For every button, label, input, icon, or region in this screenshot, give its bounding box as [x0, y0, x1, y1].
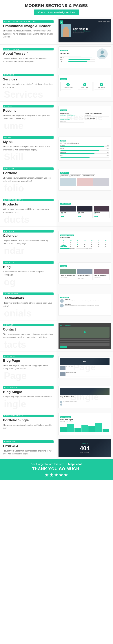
section-tag-portfoliosingle: PORTFOLIO SINGLE: [3, 414, 53, 417]
footer-thank: THANK YOU SO MUCH!: [2, 466, 111, 471]
section-watermark-portfolio: folio: [4, 183, 54, 193]
section-desc-portfoliosingle: Showcase your each work related stuff in…: [3, 424, 53, 430]
section-right-blogsingle: Single Blog Post Title Here Lorem ipsum …: [56, 383, 113, 411]
section-watermark-resume: ume: [4, 121, 54, 130]
section-row-portfoliosingle: PORTFOLIO SINGLEPortfolio SingleShowcase…: [0, 411, 113, 437]
ps-title: Work Item Eight: [60, 419, 109, 420]
section-row-products: LATEST PRODUCTSProductsWith woocommerce …: [0, 196, 113, 227]
section-desc-blogpage: Showcase all your blogs on one blog page…: [3, 364, 53, 370]
preview-portfolio: Portfolio My Portfolio Web DesignGraphic…: [58, 169, 111, 191]
section-left-portfoliosingle: PORTFOLIO SINGLEPortfolio SingleShowcase…: [0, 411, 56, 437]
section-desc-blog: A place to show your creative recent blo…: [3, 270, 53, 276]
section-right-blog: Blog The Blog Don't Let Life Passing Ful…: [56, 258, 113, 289]
skill-bar: CSS380%: [60, 148, 109, 151]
section-left-portfolio: PORTFOLIOPortfolioShowcase your awesome …: [0, 164, 56, 195]
section-watermark-skill: Skill: [4, 152, 54, 162]
page-footer: Don't forget to rate this item, It helps…: [0, 459, 113, 480]
blog-list: Post One Title Here Post Two Title Here: [60, 366, 109, 377]
product-btn[interactable]: Buy: [78, 216, 81, 217]
section-right-services: ServicesServices★Traveling Design★Clear …: [56, 70, 113, 102]
portfolio-tag: My Portfolio: [60, 172, 69, 174]
section-left-services: SERVICESServicesWhat are your unique spe…: [0, 70, 56, 102]
section-desc-skill: Amaze your visitors with your skills tha…: [3, 145, 53, 151]
section-row-resume: RESUMEResumeVisualize your experience an…: [0, 102, 113, 133]
svg-point-0: [100, 50, 104, 54]
svg-point-1: [99, 55, 105, 58]
section-tag-hero: PROMOTIONAL IMAGE & HEADER: [3, 20, 53, 23]
portfolio-item: [77, 178, 93, 186]
section-tag-resume: RESUME: [3, 105, 53, 108]
section-desc-contact: Start grabbing your leads now! Let peopl…: [3, 333, 53, 339]
product-btn[interactable]: Buy: [61, 216, 64, 217]
skill-bar: HTML590%: [60, 144, 109, 147]
calendar-tag: Availability Calendar: [60, 234, 74, 236]
footer-line1-text: Don't forget to rate this item,: [30, 462, 66, 466]
section-watermark-testimonials: onials: [4, 308, 54, 318]
section-desc-products: With woocommerce compatibility you can s…: [3, 208, 53, 214]
resume-tag: Resume: [60, 110, 67, 111]
preview-skill: Skill My skill My Professional Strengths…: [58, 136, 111, 160]
section-desc-blogsingle: A single blog page with all stuff and co…: [3, 395, 53, 398]
page-title: MODERN SECTIONS & PAGES: [2, 3, 111, 8]
hero-logo: G: [60, 20, 63, 24]
preview-blogpage: Page Blog Post One Title Here Post Two T…: [58, 356, 111, 378]
sections-container: PROMOTIONAL IMAGE & HEADERPromotional im…: [0, 17, 113, 459]
section-left-products: LATEST PRODUCTSProductsWith woocommerce …: [0, 196, 56, 226]
section-left-blogpage: BLOG PAGEBlog PageShowcase all your blog…: [0, 352, 56, 383]
section-right-blogpage: Page Blog Post One Title Here Post Two T…: [56, 352, 113, 383]
err-desc: Page not found: [80, 452, 89, 453]
section-heading-portfolio: Portfolio: [3, 171, 53, 175]
portfolio-filter[interactable]: Website Templates: [82, 174, 95, 177]
about-line2: [60, 56, 81, 56]
section-heading-error404: Error 404: [3, 444, 53, 448]
section-row-portfolio: PORTFOLIOPortfolioShowcase your awesome …: [0, 164, 113, 196]
section-row-hero: PROMOTIONAL IMAGE & HEADERPromotional im…: [0, 17, 113, 44]
blogpage-hero-text: Blog: [83, 361, 86, 362]
section-right-portfoliosingle: Work Item Eight Work Item Eight Client i…: [56, 411, 113, 437]
section-heading-resume: Resume: [3, 108, 53, 112]
blog-card: Don't Let Life Passing Full March 12, 20…: [60, 269, 76, 280]
section-tag-blogpage: BLOG PAGE: [3, 355, 53, 358]
hero-text: SAM MARTIN Web Designer & Developer I am…: [73, 28, 91, 34]
section-heading-hero: Promotional image & Header: [3, 24, 53, 28]
contact-submit[interactable]: [60, 346, 67, 348]
section-row-blog: THE BLOGBlogA place to show your creativ…: [0, 258, 113, 289]
section-watermark-contact: tacts: [4, 340, 54, 349]
err-tag: ERROR: [82, 443, 88, 445]
ps-desc: Client info, date, tags here: [60, 421, 109, 422]
preview-error404: ERROR 404 Page not found: [58, 439, 111, 457]
section-left-error404: ERROR 404Error 404Prevent your users fro…: [0, 437, 56, 459]
ps-chart: [60, 423, 109, 432]
preview-blog: Blog The Blog Don't Let Life Passing Ful…: [58, 262, 111, 284]
section-left-hero: PROMOTIONAL IMAGE & HEADERPromotional im…: [0, 17, 56, 44]
blog-grid: Don't Let Life Passing Full March 12, 20…: [60, 269, 109, 280]
hero-avatar: [61, 24, 71, 37]
section-left-resume: RESUMEResumeVisualize your experience an…: [0, 102, 56, 133]
section-row-services: SERVICESServicesWhat are your unique spe…: [0, 70, 113, 102]
portfolio-filter[interactable]: Web Design: [60, 174, 70, 177]
product-btn[interactable]: Buy: [94, 216, 98, 217]
about-tag: About Me: [60, 50, 68, 51]
test-avatar: [60, 299, 64, 303]
portfolio-filter[interactable]: Graphic Design: [70, 174, 81, 177]
section-tag-blog: THE BLOG: [3, 261, 53, 264]
section-tag-skill: MY SKILL: [3, 136, 53, 139]
section-row-blogpage: BLOG PAGEBlog PageShowcase all your blog…: [0, 352, 113, 383]
section-watermark-blogpage: Page: [4, 371, 54, 380]
cta-button[interactable]: Check out modern design sections: [34, 10, 79, 15]
preview-resume: Resume Resume Experience: Website Soluti…: [58, 106, 111, 128]
skill-bar: JavaScript70%: [60, 152, 109, 154]
section-tag-contact: CONTACT: [3, 324, 53, 326]
section-watermark-calendar: ndar: [4, 246, 54, 255]
section-heading-contact: Contact: [3, 328, 53, 332]
section-heading-skill: My skill: [3, 140, 53, 144]
portfolio-item: [93, 178, 109, 186]
err-num: 404: [80, 445, 89, 451]
section-heading-testimonials: Testimonials: [3, 296, 53, 300]
service-box: ★Clear Code: [77, 82, 93, 91]
skill-tag: My skill: [60, 140, 66, 142]
section-desc-hero: Showcase your logo, navigation, Personal…: [3, 29, 53, 38]
footer-line1: Don't forget to rate this item, It helps…: [2, 462, 111, 466]
section-heading-services: Services: [3, 77, 53, 81]
cal-nav[interactable]: ‹ ›: [108, 237, 109, 238]
